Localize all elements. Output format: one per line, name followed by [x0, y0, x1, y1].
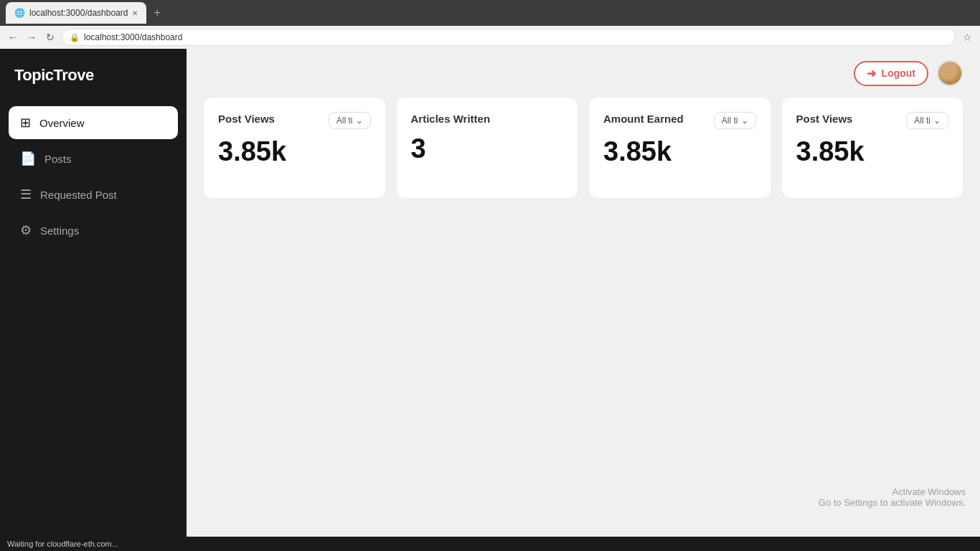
card-filter-4[interactable]: All ti ⌄: [906, 112, 948, 129]
nav-bar: ← → ↻ 🔒 localhost:3000/dashboard ☆: [0, 26, 980, 49]
card-value-1: 3.85k: [218, 138, 371, 165]
sidebar-item-overview[interactable]: ⊞ Overview: [9, 106, 178, 139]
main-content: ➜ Logout Post Views All ti ⌄ 3.8: [187, 49, 980, 537]
overview-icon: ⊞: [20, 115, 31, 131]
reload-btn[interactable]: ↻: [43, 30, 57, 44]
bookmark-btn[interactable]: ☆: [960, 30, 974, 44]
lock-icon: 🔒: [70, 33, 80, 42]
posts-icon: 📄: [20, 151, 36, 166]
tab-title: localhost:3000/dashboard: [29, 8, 128, 18]
tab-bar: 🌐 localhost:3000/dashboard ✕ +: [0, 0, 980, 26]
address-bar[interactable]: 🔒 localhost:3000/dashboard: [62, 29, 956, 46]
main-header: ➜ Logout: [187, 49, 980, 98]
sidebar-item-posts-label: Posts: [44, 153, 72, 165]
requested-post-icon: ☰: [20, 187, 32, 202]
tab-close-btn[interactable]: ✕: [132, 9, 138, 17]
chevron-down-icon-1: ⌄: [356, 116, 363, 126]
card-title-2: Articles Written: [411, 112, 491, 126]
status-bar: Waiting for cloudflare-eth.com...: [0, 537, 980, 551]
settings-icon: ⚙: [20, 222, 32, 238]
card-articles-written: Articles Written 3: [397, 98, 578, 198]
card-header-1: Post Views All ti ⌄: [218, 112, 371, 129]
status-text: Waiting for cloudflare-eth.com...: [7, 540, 118, 548]
card-filter-3[interactable]: All ti ⌄: [714, 112, 756, 129]
logout-icon: ➜: [867, 67, 876, 80]
chevron-down-icon-3: ⌄: [741, 116, 748, 126]
card-header-4: Post Views All ti ⌄: [796, 112, 949, 129]
sidebar-nav: ⊞ Overview 📄 Posts ☰ Requested Post ⚙ Se…: [0, 106, 187, 247]
card-amount-earned: Amount Earned All ti ⌄ 3.85k: [589, 98, 771, 198]
card-value-3: 3.85k: [603, 138, 756, 165]
card-value-4: 3.85k: [796, 138, 949, 165]
new-tab-btn[interactable]: +: [148, 4, 166, 22]
sidebar-item-requested-post-label: Requested Post: [40, 189, 117, 201]
header-actions: ➜ Logout: [854, 60, 963, 86]
card-header-3: Amount Earned All ti ⌄: [603, 112, 756, 129]
sidebar-item-requested-post[interactable]: ☰ Requested Post: [9, 178, 178, 211]
sidebar-item-settings[interactable]: ⚙ Settings: [9, 214, 178, 247]
avatar-image: [938, 62, 961, 85]
app-logo: TopicTrove: [0, 49, 187, 106]
logout-label: Logout: [882, 67, 915, 79]
card-filter-label-1: All ti: [336, 116, 353, 126]
sidebar: TopicTrove ⊞ Overview 📄 Posts ☰ Requeste…: [0, 49, 187, 537]
stats-cards-grid: Post Views All ti ⌄ 3.85k Articles Writt…: [187, 98, 980, 215]
address-text: localhost:3000/dashboard: [84, 32, 182, 42]
chevron-down-icon-4: ⌄: [933, 116, 941, 126]
logout-button[interactable]: ➜ Logout: [854, 61, 928, 86]
app-layout: TopicTrove ⊞ Overview 📄 Posts ☰ Requeste…: [0, 49, 980, 537]
card-post-views-1: Post Views All ti ⌄ 3.85k: [204, 98, 385, 198]
card-title-3: Amount Earned: [603, 112, 684, 126]
card-value-2: 3: [411, 135, 564, 162]
sidebar-item-overview-label: Overview: [39, 117, 85, 129]
active-tab[interactable]: 🌐 localhost:3000/dashboard ✕: [6, 2, 146, 24]
forward-btn[interactable]: →: [24, 30, 39, 44]
card-title-1: Post Views: [218, 112, 275, 126]
tab-favicon: 🌐: [14, 8, 25, 18]
avatar[interactable]: [937, 60, 963, 86]
card-title-4: Post Views: [796, 112, 853, 126]
card-filter-label-3: All ti: [722, 116, 738, 126]
sidebar-item-settings-label: Settings: [40, 225, 79, 237]
card-post-views-2: Post Views All ti ⌄ 3.85k: [782, 98, 963, 198]
card-filter-1[interactable]: All ti ⌄: [329, 112, 371, 129]
browser-chrome: 🌐 localhost:3000/dashboard ✕ + ← → ↻ 🔒 l…: [0, 0, 980, 49]
card-filter-label-4: All ti: [914, 116, 930, 126]
sidebar-item-posts[interactable]: 📄 Posts: [9, 142, 178, 175]
back-btn[interactable]: ←: [6, 30, 20, 44]
card-header-2: Articles Written: [411, 112, 564, 126]
